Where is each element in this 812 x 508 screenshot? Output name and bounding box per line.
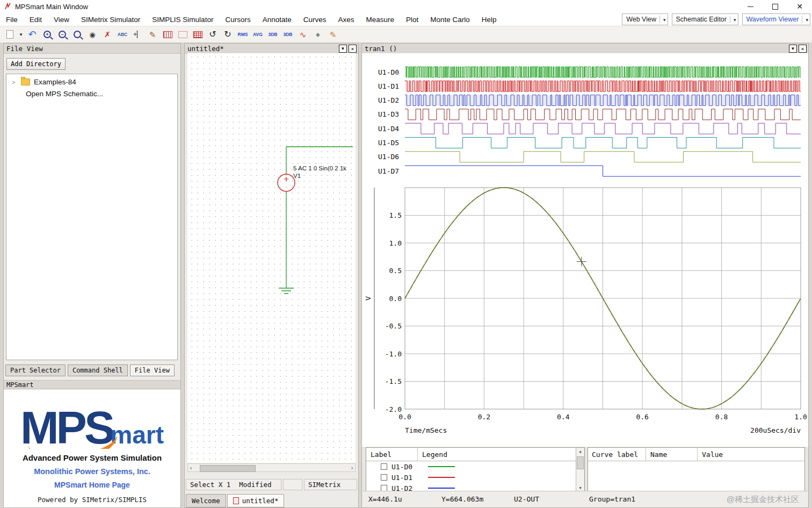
annotate-pencil-icon[interactable]: ✎	[326, 27, 340, 41]
curve-col-name: Name	[646, 448, 698, 461]
digital-wave-U1-D5[interactable]	[405, 138, 801, 148]
new-schematic-icon[interactable]	[3, 27, 17, 41]
digital-wave-U1-D3[interactable]	[405, 109, 801, 120]
tree-item-open-mps-schematic[interactable]: Open MPS Schematic...	[26, 88, 177, 99]
measure-rms-icon[interactable]: RMS	[236, 27, 250, 41]
svg-text:1.5: 1.5	[389, 211, 402, 219]
measure-3db-low-icon[interactable]: 3DB	[266, 27, 280, 41]
grid-dotted-icon[interactable]	[176, 27, 190, 41]
grid-full-icon[interactable]	[191, 27, 205, 41]
waveform-panel: tran1 () U1-D0U1-D1U1-D2U1-D3U1-D4U1-D5U…	[361, 43, 809, 508]
menu-item-simplis-simulator[interactable]: SIMPLIS Simulator	[146, 16, 219, 24]
selector-divider	[730, 16, 730, 23]
plot-waveform-icon[interactable]: ∿	[296, 27, 310, 41]
maximize-icon	[772, 4, 778, 10]
voltage-source-symbol[interactable]	[278, 174, 295, 191]
collapse-panel-button[interactable]	[339, 45, 347, 53]
new-schematic-dropdown-icon[interactable]: ▾	[18, 27, 24, 41]
undo-icon[interactable]: ↶	[25, 27, 39, 41]
menu-item-cursors[interactable]: Cursors	[219, 16, 256, 24]
web-view-selector[interactable]: Web View	[622, 13, 668, 25]
svg-text:-1.5: -1.5	[385, 377, 402, 385]
chevron-down-icon[interactable]	[734, 16, 736, 23]
menu-item-curves[interactable]: Curves	[298, 16, 332, 24]
digital-wave-U1-D6[interactable]	[405, 152, 801, 162]
menu-item-simetrix-simulator[interactable]: SIMetrix Simulator	[75, 16, 146, 24]
modified-text: Modified	[239, 481, 271, 489]
measure-avg-icon[interactable]: AVG	[251, 27, 265, 41]
zoom-area-icon[interactable]	[70, 27, 84, 41]
menu-item-measure[interactable]: Measure	[360, 16, 400, 24]
legend-row-label: U1-D1	[392, 474, 419, 482]
menu-item-file[interactable]: File	[0, 16, 24, 24]
plus-marker	[284, 177, 288, 181]
menu-item-help[interactable]: Help	[476, 16, 503, 24]
chevron-right-icon[interactable]	[12, 78, 17, 86]
scrollbar-thumb[interactable]	[200, 465, 256, 472]
zoom-in-icon[interactable]: +	[40, 27, 54, 41]
tab-command-shell[interactable]: Command Shell	[68, 364, 128, 376]
edit-probe-icon[interactable]: ✎	[146, 27, 160, 41]
engine-text: SIMetrix	[308, 481, 340, 489]
svg-text:U1-D3: U1-D3	[378, 110, 399, 118]
tree-item-label: Examples-84	[34, 78, 76, 86]
digital-wave-U1-D4[interactable]	[405, 123, 801, 134]
minimize-button[interactable]	[738, 0, 763, 13]
schematic-editor-selector[interactable]: Schematic Editor	[672, 13, 738, 25]
checkbox[interactable]	[381, 463, 387, 470]
curve-col-value: Value	[698, 450, 723, 459]
delete-curve-icon[interactable]: ✗	[100, 27, 114, 41]
mps-homepage-link[interactable]: MPSmart Home Page	[4, 481, 180, 489]
svg-text:U1-D7: U1-D7	[378, 167, 399, 175]
tab-file-view[interactable]: File View	[130, 364, 175, 376]
cursor-x-readout: X=446.1u	[368, 495, 402, 503]
close-icon	[796, 2, 803, 11]
annotate-text-icon[interactable]: ABC	[115, 27, 129, 41]
collapse-panel-button[interactable]	[789, 45, 797, 53]
curve-history-forward-icon[interactable]: ↻	[221, 27, 235, 41]
schematic-canvas[interactable]: 5 AC 1 0 Sin(0 2 1k V1	[187, 53, 356, 463]
mps-company-link[interactable]: Monolithic Power Systems, Inc.	[4, 467, 180, 476]
scroll-up-icon[interactable]: ▲	[579, 448, 581, 455]
add-directory-button[interactable]: Add Directory	[6, 58, 66, 70]
waveform-viewer-selector[interactable]: Waveform Viewer	[742, 13, 810, 25]
close-button[interactable]	[787, 0, 812, 13]
legend-row-label: U1-D0	[392, 463, 419, 471]
add-axis-icon[interactable]: +▏	[130, 27, 144, 41]
curve-history-back-icon[interactable]: ↺	[206, 27, 220, 41]
maximize-button[interactable]	[763, 0, 787, 13]
close-panel-button[interactable]	[349, 45, 357, 53]
horizontal-scrollbar[interactable]: ‹ ›	[187, 463, 356, 472]
menu-item-edit[interactable]: Edit	[24, 16, 48, 24]
chevron-down-icon[interactable]	[663, 16, 666, 23]
legend-scrollbar[interactable]: ▲ ▼	[576, 448, 584, 492]
tab-welcome[interactable]: Welcome	[186, 494, 226, 507]
menu-item-monte-carlo[interactable]: Monte Carlo	[424, 16, 476, 24]
chevron-down-icon[interactable]	[806, 16, 808, 23]
scroll-left-icon[interactable]: ‹	[188, 464, 194, 471]
schematic-status-bar: Select X 1 Modified SIMetrix	[186, 479, 357, 490]
menu-item-axes[interactable]: Axes	[332, 16, 360, 24]
scroll-right-icon[interactable]: ›	[349, 464, 355, 471]
place-probe-icon[interactable]: ⌖	[311, 27, 325, 41]
legend-row: U1-D1	[366, 472, 584, 483]
checkbox[interactable]	[381, 474, 387, 481]
tree-item-examples[interactable]: Examples-84	[6, 76, 177, 88]
menu-item-annotate[interactable]: Annotate	[257, 16, 298, 24]
tab-part-selector[interactable]: Part Selector	[5, 364, 66, 376]
zoom-out-icon[interactable]: −	[55, 27, 69, 41]
measure-3db-high-icon[interactable]: 3DB	[281, 27, 295, 41]
tab-untitled[interactable]: untitled*	[227, 494, 285, 507]
show-probe-icon[interactable]: ◉	[85, 27, 99, 41]
grid-columns-icon[interactable]	[161, 27, 175, 41]
menu-item-view[interactable]: View	[48, 16, 75, 24]
close-panel-button[interactable]	[799, 45, 807, 53]
digital-wave-U1-D7[interactable]	[405, 166, 801, 176]
mps-logo-suffix: mart	[110, 421, 164, 449]
tree-item-label: Open MPS Schematic...	[26, 90, 103, 98]
svg-text:0.0: 0.0	[389, 295, 402, 303]
scrollbar-thumb[interactable]	[577, 456, 584, 469]
selector-divider	[659, 16, 660, 23]
waveform-plot-area[interactable]: U1-D0U1-D1U1-D2U1-D3U1-D4U1-D5U1-D6U1-D7…	[362, 53, 808, 447]
menu-item-plot[interactable]: Plot	[400, 16, 424, 24]
